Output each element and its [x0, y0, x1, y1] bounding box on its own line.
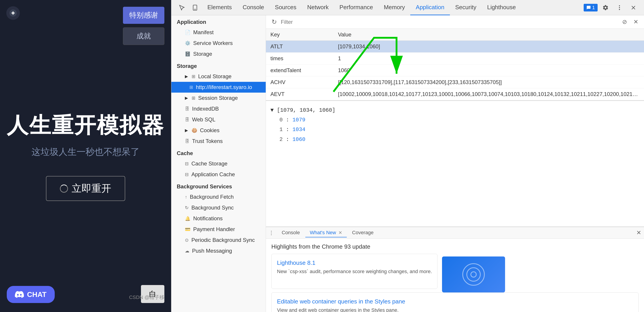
manifest-icon: 📄 — [185, 30, 190, 35]
value-panel: ▼ [1079, 1034, 1060] 0 : 1079 1 : 1034 — [266, 101, 644, 149]
sidebar-item-bg-sync[interactable]: ↻ Background Sync — [171, 202, 266, 213]
news-card-0: Lighthouse 8.1 New `csp-xss` audit, perf… — [271, 254, 438, 289]
value-index-2: 2 — [280, 137, 282, 143]
tab-network[interactable]: Network — [302, 0, 334, 15]
table-cell-value: 1 — [334, 53, 644, 64]
sidebar-item-app-cache[interactable]: ⊟ Application Cache — [171, 169, 266, 180]
watermark: CSDN @格子移 — [129, 294, 164, 301]
table-row[interactable]: times 1 — [266, 53, 644, 64]
sidebar-item-payment-handler[interactable]: 💳 Payment Handler — [171, 224, 266, 235]
cookies-icon: 🍪 — [192, 128, 197, 133]
clear-filter-button[interactable]: ⊘ — [620, 17, 629, 26]
table-cell-key: extendTalent — [266, 64, 334, 76]
notification-count: 1 — [592, 5, 595, 10]
console-drawer-content: Highlights from the Chrome 93 update Lig… — [266, 239, 644, 312]
tab-sources[interactable]: Sources — [270, 0, 302, 15]
sidebar-item-cache-storage[interactable]: ⊟ Cache Storage — [171, 158, 266, 169]
devtools-content: ↻ ⊘ ✕ — [266, 15, 644, 312]
tab-security[interactable]: Security — [450, 0, 482, 15]
sidebar-item-trust-tokens[interactable]: 🗄 Trust Tokens — [171, 136, 266, 147]
table-cell-value: [1079,1034,1060] — [334, 41, 644, 53]
sidebar-item-local-storage[interactable]: ▶ ⊞ Local Storage — [171, 71, 266, 82]
whatsnew-close-button[interactable]: ✕ — [338, 230, 342, 235]
sidebar-item-session-storage[interactable]: ▶ ⊞ Session Storage — [171, 93, 266, 103]
drawer-tab-coverage[interactable]: Coverage — [348, 228, 378, 237]
achievement-button[interactable]: 成就 — [123, 27, 164, 45]
table-row[interactable]: ACHV [[120,1631507331709],[117,163150733… — [266, 76, 644, 88]
tab-application[interactable]: Application — [410, 0, 450, 15]
special-thanks-button[interactable]: 特别感谢 — [123, 7, 164, 24]
settings-button[interactable] — [600, 1, 612, 14]
sidebar-item-periodic-bg-sync[interactable]: ⊙ Periodic Background Sync — [171, 235, 266, 245]
session-expand-icon: ▶ — [185, 96, 188, 101]
news-card-0-desc: New `csp-xss` audit, performance score w… — [277, 269, 432, 275]
sidebar-periodic-bg-sync-label: Periodic Background Sync — [192, 237, 255, 243]
sidebar-item-indexeddb[interactable]: 🗄 IndexedDB — [171, 103, 266, 114]
sidebar-app-cache-label: Application Cache — [192, 171, 235, 177]
more-options-button[interactable] — [614, 1, 626, 14]
local-storage-icon: ⊞ — [192, 74, 196, 79]
sidebar-trust-tokens-label: Trust Tokens — [192, 138, 223, 144]
table-row[interactable]: extendTalent 1060 — [266, 64, 644, 76]
tab-memory[interactable]: Memory — [378, 0, 410, 15]
sidebar-item-storage[interactable]: 🗄️ Storage — [171, 49, 266, 59]
chat-button[interactable]: CHAT — [7, 286, 55, 303]
value-sep-1: : — [286, 127, 292, 133]
notifications-icon: 🔔 — [185, 216, 190, 221]
drawer-tab-console[interactable]: Console — [277, 228, 304, 237]
sidebar-payment-handler-label: Payment Handler — [193, 226, 235, 232]
session-storage-icon: ⊞ — [192, 95, 196, 101]
sidebar-item-push-messaging[interactable]: ☁ Push Messaging — [171, 245, 266, 256]
device-toolbar-button[interactable] — [189, 1, 201, 14]
svg-point-3 — [619, 5, 620, 6]
service-workers-icon: ⚙️ — [185, 40, 190, 46]
console-drawer: ⋮ Console What's New ✕ Coverage ✕ Highli… — [266, 227, 644, 312]
value-index-0: 0 — [280, 117, 282, 123]
close-devtools-button[interactable] — [627, 1, 640, 14]
highlights-title: Highlights from the Chrome 93 update — [271, 243, 638, 250]
table-row[interactable]: AEVT [10002,10009,10018,10142,10177,1012… — [266, 88, 644, 100]
sidebar-item-local-storage-url[interactable]: ⊞ http://liferestart.syaro.io — [171, 82, 266, 93]
sidebar-item-bg-fetch[interactable]: ↑ Background Fetch — [171, 191, 266, 202]
sidebar-cookies-label: Cookies — [200, 127, 220, 134]
chat-label: CHAT — [27, 291, 46, 299]
sidebar-item-service-workers[interactable]: ⚙️ Service Workers — [171, 38, 266, 49]
drawer-dots[interactable]: ⋮ — [269, 230, 274, 236]
value-sep-2: : — [286, 137, 292, 143]
sidebar-item-notifications[interactable]: 🔔 Notifications — [171, 213, 266, 224]
table-row[interactable]: ATLT [1079,1034,1060] — [266, 41, 644, 53]
news-card-0-title[interactable]: Lighthouse 8.1 — [277, 259, 432, 266]
sidebar-item-manifest[interactable]: 📄 Manifest — [171, 27, 266, 38]
sidebar-section-bg-services: Background Services — [171, 180, 266, 191]
svg-point-4 — [619, 7, 620, 8]
close-drawer-button[interactable]: ✕ — [636, 229, 641, 236]
restart-button[interactable]: 立即重开 — [46, 176, 125, 201]
periodic-bg-sync-icon: ⊙ — [185, 237, 189, 243]
value-item-1: 1 : 1034 — [280, 125, 640, 135]
bg-fetch-icon: ↑ — [185, 194, 187, 200]
app-subtitle: 这垃圾人生一秒也不想呆了 — [32, 146, 140, 158]
websql-icon: 🗄 — [185, 117, 189, 122]
sidebar-item-websql[interactable]: 🗄 Web SQL — [171, 114, 266, 125]
storage-table: Key Value ATLT [1079,1034,1060] times 1 — [266, 29, 644, 100]
svg-point-7 — [463, 264, 484, 285]
tab-console[interactable]: Console — [237, 0, 269, 15]
sidebar-item-cookies[interactable]: ▶ 🍪 Cookies — [171, 125, 266, 136]
tab-elements[interactable]: Elements — [202, 0, 237, 15]
sidebar-session-storage-label: Session Storage — [198, 95, 238, 101]
table-cell-key: ATLT — [266, 41, 334, 53]
whatsnew-label: What's New — [310, 230, 336, 235]
tab-performance[interactable]: Performance — [334, 0, 378, 15]
url-icon: ⊞ — [189, 85, 193, 90]
news-card-1-title[interactable]: Editable web container queries in the St… — [277, 298, 633, 305]
tab-lighthouse[interactable]: Lighthouse — [482, 0, 521, 15]
devtools-tabs: Elements Console Sources Network Perform… — [202, 0, 583, 15]
inspect-element-button[interactable] — [176, 1, 188, 14]
sidebar-bg-sync-label: Background Sync — [192, 205, 234, 211]
news-image-thumbnail — [442, 257, 505, 293]
refresh-button[interactable]: ↻ — [270, 17, 278, 26]
drawer-tab-whatsnew[interactable]: What's New ✕ — [305, 228, 347, 237]
delete-button[interactable]: ✕ — [632, 17, 640, 26]
filter-input[interactable] — [281, 19, 618, 25]
trust-tokens-icon: 🗄 — [185, 139, 189, 144]
